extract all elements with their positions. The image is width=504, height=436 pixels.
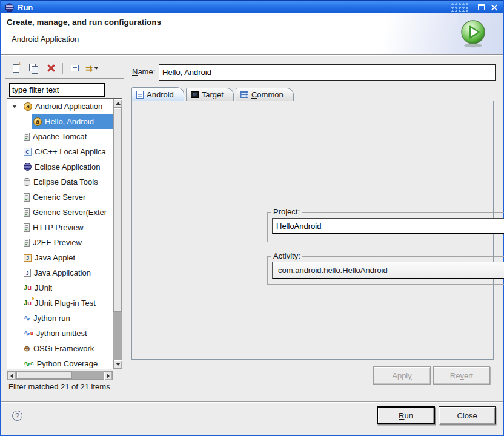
tree-item-label: HTTP Preview bbox=[33, 223, 84, 232]
page-title: Create, manage, and run configurations bbox=[7, 18, 161, 27]
tab-label: Common bbox=[251, 90, 284, 99]
filter-status-text: Filter matched 21 of 21 items bbox=[8, 382, 110, 391]
scroll-left-icon[interactable] bbox=[7, 371, 16, 380]
server-icon bbox=[24, 193, 30, 202]
tree-item-label: OSGi Framework bbox=[33, 344, 94, 353]
footer-separator bbox=[1, 401, 503, 402]
revert-button[interactable]: Revert bbox=[433, 366, 490, 385]
tree-item-label: Jython run bbox=[33, 314, 70, 323]
tree-item-eclipse-data-tools[interactable]: Eclipse Data Tools bbox=[7, 174, 113, 190]
close-dialog-button[interactable]: Close bbox=[439, 406, 496, 424]
tree-item-label: Generic Server(Exter bbox=[33, 208, 107, 217]
tree-item-android-application[interactable]: aAndroid Application bbox=[7, 99, 113, 114]
vertical-scroll-thumb[interactable] bbox=[113, 108, 122, 312]
project-input[interactable] bbox=[272, 218, 504, 234]
tree-item-c-c-local-applica[interactable]: CC/C++ Local Applica bbox=[7, 144, 113, 159]
maximize-icon bbox=[478, 4, 485, 10]
tab-content-panel: Project: Browse... Activity: com.android… bbox=[131, 101, 494, 360]
database-icon bbox=[24, 178, 30, 186]
tree-item-osgi-framework[interactable]: ⊕OSGi Framework bbox=[7, 341, 113, 356]
tree-item-label: Generic Server bbox=[33, 193, 85, 202]
expander-icon[interactable] bbox=[7, 102, 22, 111]
c-file-icon: C bbox=[24, 148, 31, 156]
close-icon bbox=[491, 4, 498, 11]
filter-icon[interactable]: ⇉ bbox=[86, 62, 98, 74]
activity-combo[interactable]: com.android.hello.HelloAndroid bbox=[272, 262, 504, 279]
apply-button[interactable]: Apply bbox=[373, 366, 431, 385]
server-icon bbox=[24, 208, 30, 217]
help-button[interactable]: ? bbox=[12, 411, 22, 421]
duplicate-icon[interactable] bbox=[27, 62, 39, 74]
python-coverage-icon: ∿C bbox=[24, 360, 34, 368]
name-input[interactable] bbox=[159, 64, 496, 81]
tree-item-python-coverage[interactable]: ∿CPython Coverage bbox=[7, 356, 113, 369]
tree-item-java-application[interactable]: JJava Application bbox=[7, 265, 113, 280]
tab-common[interactable]: Common bbox=[236, 88, 294, 101]
tree-item-apache-tomcat[interactable]: Apache Tomcat bbox=[7, 129, 113, 144]
server-icon bbox=[24, 133, 30, 141]
server-icon bbox=[24, 223, 30, 232]
toolbar-separator bbox=[62, 63, 63, 74]
tree-item-label: Eclipse Data Tools bbox=[33, 177, 98, 187]
tree-item-label: J2EE Preview bbox=[33, 238, 82, 247]
filter-input[interactable] bbox=[9, 83, 105, 97]
tab-android[interactable]: Android bbox=[131, 87, 184, 101]
horizontal-scroll-track[interactable] bbox=[16, 371, 104, 379]
common-tab-icon bbox=[240, 91, 248, 98]
run-button[interactable]: Run bbox=[377, 406, 435, 424]
tree-item-http-preview[interactable]: HTTP Preview bbox=[7, 220, 113, 235]
tree-item-generic-server[interactable]: Generic Server bbox=[7, 190, 113, 205]
horizontal-scroll-thumb[interactable] bbox=[16, 371, 72, 379]
configurations-toolbar: ⇉ bbox=[5, 58, 124, 79]
page-subtitle: Android Application bbox=[12, 35, 79, 44]
tree-item-label: JUnit Plug-in Test bbox=[35, 299, 96, 308]
vertical-scrollbar[interactable] bbox=[113, 99, 122, 369]
eclipse-sphere-icon bbox=[24, 163, 31, 171]
new-configuration-icon[interactable] bbox=[10, 62, 22, 74]
titlebar[interactable]: Run bbox=[1, 1, 503, 14]
android-tab-icon bbox=[136, 91, 144, 99]
collapse-all-icon[interactable] bbox=[68, 62, 81, 74]
dialog-header: Create, manage, and run configurations A… bbox=[1, 13, 503, 55]
configurations-tree: aAndroid ApplicationaHello, AndroidApach… bbox=[7, 98, 122, 369]
server-icon bbox=[24, 239, 30, 247]
project-group-legend: Project: bbox=[271, 207, 302, 216]
delete-icon[interactable] bbox=[45, 62, 57, 74]
eclipse-logo-icon bbox=[5, 3, 14, 12]
tree-item-eclipse-application[interactable]: Eclipse Application bbox=[7, 159, 113, 174]
tree-item-j2ee-preview[interactable]: J2EE Preview bbox=[7, 235, 113, 250]
junit-icon: Ju bbox=[24, 285, 31, 291]
scroll-up-icon[interactable] bbox=[113, 99, 122, 108]
tree-item-jython-unittest[interactable]: ∿uJython unittest bbox=[7, 326, 113, 341]
android-icon: a bbox=[33, 117, 42, 126]
dropdown-caret-icon bbox=[94, 67, 99, 72]
tree-item-hello-android[interactable]: aHello, Android bbox=[7, 114, 113, 129]
tree-item-java-applet[interactable]: JJava Applet bbox=[7, 250, 113, 265]
tree-item-jython-run[interactable]: ∿Jython run bbox=[7, 311, 113, 326]
tab-target[interactable]: Target bbox=[186, 88, 234, 101]
tree-item-junit-plug-in-test[interactable]: JuJUnit Plug-in Test bbox=[7, 296, 113, 311]
run-play-banner-icon bbox=[459, 19, 487, 50]
tree-item-label: Python Coverage bbox=[37, 359, 98, 368]
help-icon: ? bbox=[15, 412, 19, 420]
tree-item-generic-server-exter[interactable]: Generic Server(Exter bbox=[7, 205, 113, 220]
vertical-scroll-track[interactable] bbox=[113, 108, 122, 360]
tree-item-label: Apache Tomcat bbox=[33, 132, 87, 141]
maximize-button[interactable] bbox=[476, 2, 486, 12]
scroll-right-icon[interactable] bbox=[104, 371, 113, 380]
osgi-icon: ⊕ bbox=[24, 345, 30, 352]
scroll-down-icon[interactable] bbox=[113, 360, 122, 369]
target-tab-icon bbox=[191, 91, 199, 98]
java-icon: J bbox=[24, 269, 31, 277]
tree-item-label: JUnit bbox=[35, 283, 53, 292]
tree-item-label: Java Applet bbox=[35, 253, 75, 262]
horizontal-scrollbar[interactable] bbox=[7, 371, 113, 380]
tree-item-label: C/C++ Local Applica bbox=[35, 147, 106, 156]
junit-plugin-icon: Ju bbox=[24, 300, 31, 306]
close-button[interactable] bbox=[489, 2, 499, 12]
window-gripper-dots bbox=[451, 2, 468, 12]
jython-unittest-icon: ∿u bbox=[24, 329, 33, 337]
name-label: Name: bbox=[132, 67, 155, 76]
tree-item-junit[interactable]: JuJUnit bbox=[7, 280, 113, 296]
tree-item-label: Eclipse Application bbox=[35, 162, 100, 171]
